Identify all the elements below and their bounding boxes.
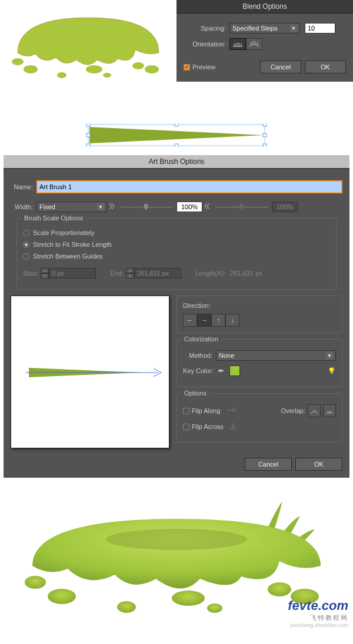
preview-label: Preview: [192, 63, 215, 71]
preview-checkbox[interactable]: [184, 64, 190, 71]
width-percent-2: 100%: [272, 202, 298, 212]
svg-line-16: [257, 42, 258, 45]
keycolor-swatch[interactable]: [229, 365, 240, 376]
artbrush-cancel-button[interactable]: Cancel: [245, 458, 292, 471]
method-dropdown[interactable]: None ▼: [216, 350, 336, 361]
svg-rect-18: [86, 123, 90, 126]
scale-title: Brush Scale Options: [22, 214, 85, 222]
svg-point-30: [117, 601, 136, 613]
svg-point-2: [57, 72, 66, 78]
flip-across-icon: [228, 422, 239, 431]
end-label: End:: [110, 270, 124, 277]
start-stepper: ▲▼: [41, 268, 49, 279]
direction-up-button[interactable]: ↑: [211, 314, 225, 327]
brush-preview: [11, 296, 169, 448]
svg-point-5: [132, 62, 144, 69]
link-right-icon: [202, 202, 212, 212]
radio-scale-prop[interactable]: Scale Proportionately: [23, 229, 330, 236]
svg-rect-20: [263, 123, 267, 126]
svg-point-3: [86, 65, 102, 73]
flip-across-checkbox[interactable]: Flip Across: [183, 422, 239, 431]
end-stepper: ▲▼: [126, 268, 134, 279]
spacing-dropdown[interactable]: Specified Steps ▼: [229, 23, 300, 33]
illustration-blob-flat: [0, 0, 176, 106]
svg-point-28: [25, 576, 46, 589]
colorization-fieldset: Colorization Method: None ▼ Key Color: ✒: [176, 339, 342, 387]
direction-right-button[interactable]: →: [197, 314, 211, 327]
align-path-icon: [248, 41, 260, 48]
chevron-down-icon: ▼: [326, 352, 333, 359]
flip-along-checkbox[interactable]: Flip Along: [183, 407, 237, 415]
width-mode-text: Fixed: [39, 203, 55, 210]
spacing-label: Spacing:: [184, 25, 229, 32]
chevron-down-icon: ▼: [290, 25, 297, 32]
width-mode-dropdown[interactable]: Fixed ▼: [36, 202, 107, 212]
tips-lightbulb-icon[interactable]: 💡: [328, 367, 336, 375]
brush-shape-canvas: [0, 106, 353, 155]
overlap-adjust-button[interactable]: [323, 404, 336, 417]
watermark-url: jiaocheng.chazidian.com: [288, 622, 348, 628]
artbrush-title: Art Brush Options: [4, 155, 349, 169]
svg-rect-24: [175, 144, 178, 147]
svg-point-29: [48, 589, 76, 604]
options-fieldset: Options Flip Along Overlap:: [176, 393, 342, 442]
blend-cancel-button[interactable]: Cancel: [260, 61, 301, 73]
svg-rect-22: [263, 133, 267, 137]
svg-point-31: [172, 591, 205, 606]
radio-stretch-guides[interactable]: Stretch Between Guides: [23, 253, 330, 260]
direction-fieldset: Direction: ← → ↑ ↓: [176, 296, 342, 333]
method-value: None: [219, 352, 234, 359]
blend-ok-button[interactable]: OK: [305, 61, 346, 73]
link-left-icon: [107, 202, 116, 212]
svg-rect-21: [86, 133, 90, 137]
preview-checkbox-wrap[interactable]: Preview: [184, 63, 215, 71]
overlap-no-adjust-button[interactable]: [308, 404, 321, 417]
svg-line-13: [251, 42, 251, 45]
width-percent-1[interactable]: 100%: [176, 202, 202, 212]
svg-point-33: [268, 582, 291, 596]
direction-left-button[interactable]: ←: [183, 314, 197, 327]
blend-options-panel: Blend Options Spacing: Specified Steps ▼…: [176, 0, 353, 82]
lengthx-value: 261,631 px: [230, 270, 262, 277]
svg-rect-19: [175, 123, 178, 126]
svg-rect-23: [86, 144, 90, 147]
flip-along-icon: [226, 407, 237, 415]
svg-point-32: [207, 603, 222, 613]
watermark-main: fevte.com: [288, 598, 348, 613]
radio-stretch-fit[interactable]: Stretch to Fit Stroke Length: [23, 241, 330, 248]
width-label: Width:: [11, 203, 36, 210]
svg-point-0: [12, 58, 24, 65]
direction-down-button[interactable]: ↓: [225, 314, 239, 327]
svg-rect-25: [263, 144, 267, 147]
brush-name-input[interactable]: [36, 180, 342, 193]
spacing-steps-input[interactable]: [305, 23, 335, 33]
svg-point-1: [24, 65, 38, 73]
spacing-mode-text: Specified Steps: [232, 25, 277, 32]
overlap-icon-2: [325, 407, 334, 415]
colorization-title: Colorization: [182, 336, 221, 343]
orientation-label: Orientation:: [184, 41, 229, 48]
method-label: Method:: [183, 352, 216, 359]
illustration-blob-shaded: fevte.com 飞特教程网 jiaocheng.chazidian.com: [0, 484, 353, 630]
svg-point-6: [145, 65, 159, 73]
options-title: Options: [182, 390, 209, 397]
orientation-align-page-button[interactable]: [229, 38, 246, 50]
eyedropper-icon[interactable]: ✒: [218, 366, 225, 375]
svg-point-27: [106, 529, 247, 550]
watermark-sub: 飞特教程网: [288, 613, 348, 622]
align-page-icon: [232, 41, 244, 48]
start-field: 0 px: [49, 268, 96, 279]
name-label: Name:: [11, 183, 36, 190]
artbrush-ok-button[interactable]: OK: [295, 458, 342, 471]
orientation-align-path-button[interactable]: [246, 38, 262, 50]
art-brush-options-panel: Art Brush Options Name: Width: Fixed ▼ 1…: [4, 155, 349, 478]
brush-scale-fieldset: Brush Scale Options Scale Proportionatel…: [16, 218, 337, 290]
blend-title: Blend Options: [176, 0, 353, 14]
lengthx-label: Length(X):: [195, 270, 225, 277]
overlap-icon-1: [310, 407, 318, 415]
svg-point-4: [103, 73, 111, 78]
overlap-label: Overlap:: [281, 407, 305, 414]
watermark: fevte.com 飞特教程网 jiaocheng.chazidian.com: [288, 598, 348, 628]
direction-title: Direction:: [183, 302, 336, 309]
end-field: 261,631 px: [134, 268, 181, 279]
